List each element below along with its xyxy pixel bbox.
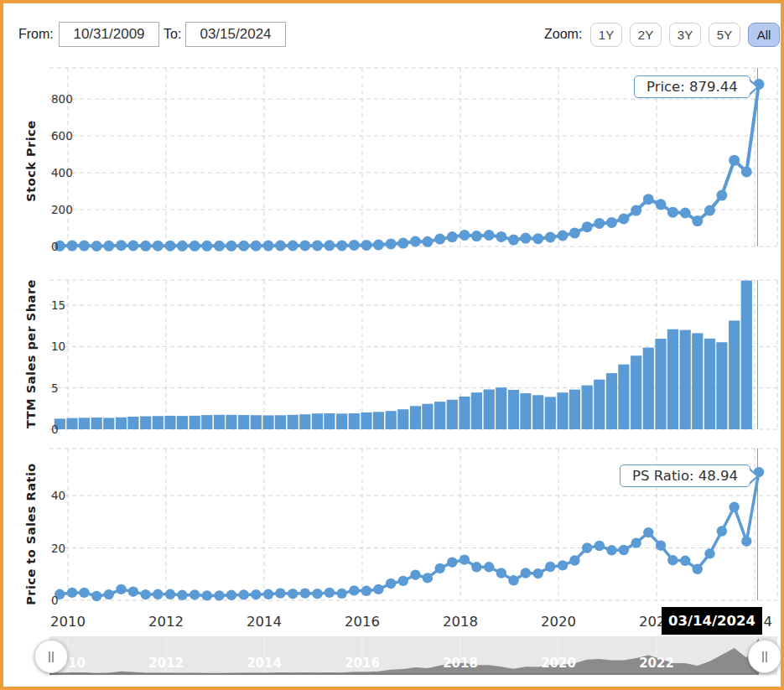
series-markers bbox=[55, 79, 765, 252]
svg-text:5: 5 bbox=[51, 381, 59, 395]
series-line bbox=[60, 472, 759, 596]
navigator-left-handle[interactable] bbox=[34, 640, 68, 673]
svg-text:2014: 2014 bbox=[247, 656, 282, 671]
zoom-button-group: 1Y2Y3Y5YAll bbox=[590, 23, 780, 47]
svg-text:200: 200 bbox=[51, 203, 73, 216]
ps-ratio-axis-title: Price to Sales Ratio bbox=[24, 461, 38, 608]
from-date-input[interactable] bbox=[59, 22, 159, 47]
price-tooltip-text: Price: 879.44 bbox=[646, 79, 738, 95]
range-navigator[interactable]: 2010201220142016201820202022 bbox=[49, 636, 777, 675]
svg-text:10: 10 bbox=[51, 340, 65, 353]
zoom-button-all[interactable]: All bbox=[748, 23, 780, 47]
svg-text:2020: 2020 bbox=[541, 656, 576, 671]
ttm-sales-axis-title: TTM Sales per Share bbox=[24, 274, 38, 433]
tooltip-arrow-icon bbox=[749, 80, 756, 94]
svg-text:15: 15 bbox=[51, 298, 65, 312]
stock-price-axis-title: Stock Price bbox=[24, 111, 38, 211]
svg-text:2018: 2018 bbox=[443, 656, 478, 671]
sales-bars bbox=[55, 281, 752, 429]
hover-date-flag: 03/14/2024 bbox=[662, 607, 762, 635]
svg-text:800: 800 bbox=[51, 92, 73, 106]
svg-text:40: 40 bbox=[51, 489, 65, 502]
svg-text:2012: 2012 bbox=[148, 656, 184, 671]
price-tooltip: Price: 879.44 bbox=[634, 75, 750, 98]
svg-text:2016: 2016 bbox=[345, 656, 380, 671]
tooltip-arrow-icon bbox=[749, 470, 756, 483]
x-axis-label-2010: 2010 bbox=[39, 614, 97, 630]
x-axis-label-2012: 2012 bbox=[137, 614, 195, 630]
svg-text:0: 0 bbox=[51, 423, 59, 436]
stock-chart-app: From: To: Zoom: 1Y2Y3Y5YAll 020040060080… bbox=[0, 0, 784, 690]
x-axis-label-2018: 2018 bbox=[431, 614, 490, 630]
to-date-input[interactable] bbox=[185, 22, 286, 47]
zoom-button-1y[interactable]: 1Y bbox=[590, 23, 622, 47]
svg-text:600: 600 bbox=[51, 129, 73, 143]
ttm-sales-chart[interactable]: 051015 bbox=[3, 266, 784, 436]
ps-ratio-tooltip: PS Ratio: 48.94 bbox=[620, 464, 750, 487]
x-axis-label-2016: 2016 bbox=[333, 614, 392, 630]
to-label: To: bbox=[164, 27, 181, 42]
zoom-button-2y[interactable]: 2Y bbox=[630, 23, 662, 47]
x-axis-label-2020: 2020 bbox=[529, 614, 588, 630]
series-line bbox=[60, 85, 759, 246]
svg-text:20: 20 bbox=[51, 542, 65, 555]
ps-tooltip-text: PS Ratio: 48.94 bbox=[632, 468, 738, 484]
from-label: From: bbox=[18, 27, 54, 42]
navigator-area-chart: 2010201220142016201820202022 bbox=[49, 636, 777, 675]
grip-icon bbox=[49, 651, 54, 662]
navigator-right-handle[interactable] bbox=[748, 640, 781, 673]
grip-icon bbox=[762, 651, 767, 662]
ps-ratio-chart[interactable]: 02040 bbox=[3, 438, 784, 608]
zoom-button-5y[interactable]: 5Y bbox=[709, 23, 740, 47]
svg-text:400: 400 bbox=[51, 166, 73, 179]
x-axis-label-2014: 2014 bbox=[235, 614, 293, 630]
svg-text:2022: 2022 bbox=[639, 656, 674, 671]
zoom-button-3y[interactable]: 3Y bbox=[669, 23, 701, 47]
svg-text:0: 0 bbox=[51, 594, 59, 607]
zoom-label: Zoom: bbox=[544, 27, 582, 42]
svg-text:0: 0 bbox=[51, 240, 59, 253]
